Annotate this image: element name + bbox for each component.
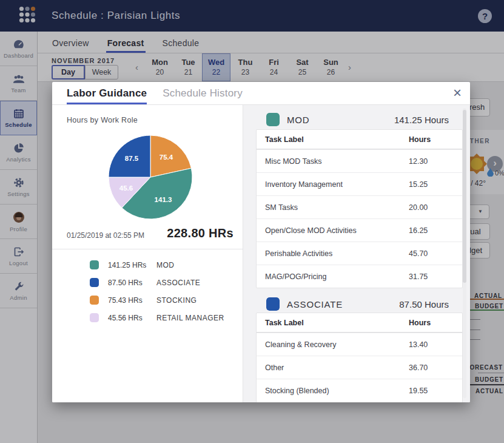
tab-schedule-history[interactable]: Schedule History: [163, 87, 243, 104]
role-name: MOD: [287, 115, 309, 125]
mod-swatch: [266, 113, 280, 126]
scrollbar-thumb[interactable]: [463, 110, 466, 283]
associate-task-table: Task Label Hours Cleaning & Recovery 13.…: [256, 313, 463, 402]
role-hours: 141.25 Hours: [394, 115, 449, 125]
table-row: SM Tasks 20.00: [257, 195, 462, 218]
legend-item-stocking: 75.43 HRs STOCKING: [90, 291, 224, 309]
hours-by-role-panel: Hours by Work Role 75.4 141.3 45.6 87.5 …: [52, 105, 243, 402]
role-hours: 87.50 Hours: [399, 299, 449, 309]
table-row: Cleaning & Recovery 13.40: [257, 333, 462, 356]
modal-header: Labor Guidance Schedule History ×: [52, 82, 470, 105]
table-row: Inventory Management 15.25: [257, 172, 462, 195]
table-row: Stocking (Blended) 19.55: [257, 379, 462, 402]
table-row: Perishable Activities 45.70: [257, 242, 462, 265]
modal-body: Hours by Work Role 75.4 141.3 45.6 87.5 …: [52, 105, 470, 402]
pie-label-retail-manager: 45.6: [119, 184, 133, 192]
table-row: Open/Close MOD Activities 16.25: [257, 218, 462, 242]
role-tasks-panel: MOD 141.25 Hours Task Label Hours Misc M…: [243, 105, 470, 402]
chart-legend: 141.25 HRs MOD 87.50 HRs ASSOCIATE 75.43…: [90, 256, 224, 326]
table-header-row: Task Label Hours: [257, 130, 462, 149]
table-row: Other 36.70: [257, 356, 462, 379]
tab-labor-guidance[interactable]: Labor Guidance: [67, 87, 147, 104]
generated-timestamp: 01/25/2019 at 02:55 PM: [67, 231, 144, 240]
mod-swatch: [90, 260, 99, 269]
role-name: ASSOCIATE: [287, 299, 343, 309]
pie-label-stocking: 75.4: [160, 154, 173, 161]
app-screen: Schedule : Parisian Lights ? Dashboard T…: [0, 0, 504, 443]
stocking-swatch: [90, 296, 99, 305]
associate-swatch: [90, 278, 99, 287]
chart-title: Hours by Work Role: [67, 116, 138, 124]
legend-item-associate: 87.50 HRs ASSOCIATE: [90, 274, 224, 291]
table-row: Misc MOD Tasks 12.30: [257, 149, 462, 172]
divider: [52, 249, 243, 249]
pie-label-mod: 141.3: [155, 196, 172, 203]
retail-manager-swatch: [90, 313, 99, 322]
total-hours: 228.80 HRs: [167, 226, 234, 240]
table-header-row: Task Label Hours: [257, 313, 462, 333]
table-row: MAG/POG/Pricing 31.75: [257, 265, 462, 288]
pie-label-associate: 87.5: [125, 155, 139, 162]
close-icon[interactable]: ×: [453, 84, 462, 101]
legend-item-retail-manager: 45.56 HRs RETAIL MANAGER: [90, 309, 224, 326]
labor-guidance-modal: Labor Guidance Schedule History × Hours …: [52, 82, 470, 402]
mod-task-table: Task Label Hours Misc MOD Tasks 12.30 In…: [256, 129, 463, 288]
legend-item-mod: 141.25 HRs MOD: [90, 256, 224, 274]
associate-swatch: [266, 297, 280, 311]
hours-pie-chart: 75.4 141.3 45.6 87.5: [105, 132, 196, 223]
